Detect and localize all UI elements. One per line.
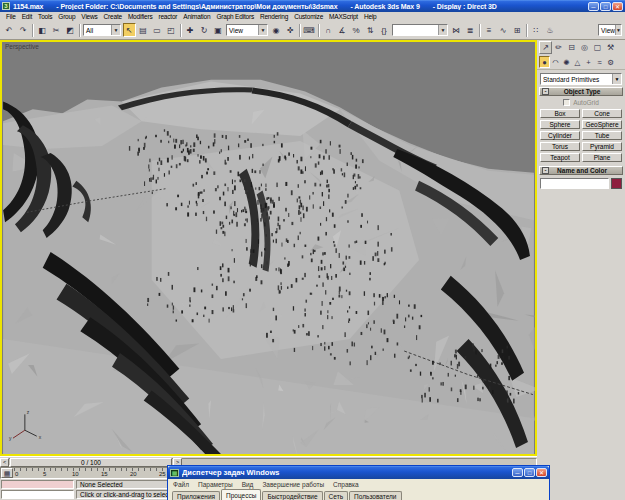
name-color-rollout-header[interactable]: - Name and Color (539, 166, 623, 175)
edit-named-selection-sets-icon[interactable]: {} (378, 23, 391, 37)
selection-filter-dropdown[interactable]: All ▼ (83, 24, 121, 36)
menu-tools[interactable]: Tools (35, 13, 55, 20)
coordinate-system-dropdown[interactable]: View ▼ (226, 24, 268, 36)
tm-minimize-button[interactable]: ─ (512, 468, 523, 477)
tm-menu-help[interactable]: Справка (333, 481, 359, 488)
menu-customize[interactable]: Customize (291, 13, 326, 20)
minimize-button[interactable]: ─ (588, 2, 599, 11)
tab-modify-icon[interactable]: ✏ (552, 41, 565, 54)
tm-menu-options[interactable]: Параметры (198, 481, 233, 488)
category-geometry-icon[interactable]: ● (539, 56, 550, 68)
restore-button[interactable]: □ (600, 2, 611, 11)
percent-snap-icon[interactable]: % (350, 23, 363, 37)
angle-snap-icon[interactable]: ∡ (336, 23, 349, 37)
menu-animation[interactable]: Animation (180, 13, 213, 20)
tm-close-button[interactable]: ✕ (536, 468, 547, 477)
render-scene-icon[interactable]: ♨ (544, 23, 557, 37)
torus-button[interactable]: Torus (540, 142, 580, 151)
rectangular-selection-region-icon[interactable]: ▭ (151, 23, 164, 37)
window-crossing-icon[interactable]: ◰ (165, 23, 178, 37)
menu-group[interactable]: Group (55, 13, 78, 20)
material-editor-icon[interactable]: ∷ (530, 23, 543, 37)
tab-motion-icon[interactable]: ◎ (578, 41, 591, 54)
tab-create-icon[interactable]: ↗ (539, 41, 552, 54)
category-cameras-icon[interactable]: △ (572, 56, 583, 68)
select-and-rotate-icon[interactable]: ↻ (198, 23, 211, 37)
object-type-rollout-header[interactable]: - Object Type (539, 87, 623, 96)
tm-tab-users[interactable]: Пользователи (349, 491, 401, 500)
geosphere-button[interactable]: GeoSphere (582, 120, 622, 129)
tab-hierarchy-icon[interactable]: ⊟ (565, 41, 578, 54)
select-and-scale-icon[interactable]: ▣ (212, 23, 225, 37)
menu-modifiers[interactable]: Modifiers (125, 13, 156, 20)
tm-menu-file[interactable]: Файл (173, 481, 189, 488)
render-type-dropdown[interactable]: View ▼ (598, 24, 622, 36)
box-button[interactable]: Box (540, 109, 580, 118)
menu-help[interactable]: Help (361, 13, 380, 20)
close-button[interactable]: ✕ (612, 2, 623, 11)
select-and-link-icon[interactable]: ◧ (36, 23, 49, 37)
cone-button[interactable]: Cone (582, 109, 622, 118)
category-space-warps-icon[interactable]: ≈ (594, 56, 605, 68)
curve-editor-icon[interactable]: ∿ (497, 23, 510, 37)
keyboard-shortcut-override-icon[interactable]: ⌨ (303, 23, 316, 37)
time-slider-handle[interactable]: 0 / 100 (10, 458, 172, 467)
viewport-label[interactable]: Perspective (5, 43, 39, 50)
task-manager-title-bar[interactable]: ▦ Диспетчер задач Windows ─ □ ✕ (168, 466, 549, 479)
tab-utilities-icon[interactable]: ⚒ (604, 41, 617, 54)
sphere-button[interactable]: Sphere (540, 120, 580, 129)
tm-tab-networking[interactable]: Сеть (324, 491, 348, 500)
tm-tab-applications[interactable]: Приложения (172, 491, 220, 500)
select-and-move-icon[interactable]: ✚ (184, 23, 197, 37)
maxscript-mini-listener-input[interactable] (1, 490, 74, 499)
layer-manager-icon[interactable]: ≡ (483, 23, 496, 37)
autogrid-checkbox[interactable] (563, 99, 570, 106)
undo-icon[interactable]: ↶ (3, 23, 16, 37)
select-and-manipulate-icon[interactable]: ✜ (284, 23, 297, 37)
menu-views[interactable]: Views (78, 13, 100, 20)
named-selection-sets-dropdown[interactable]: ▼ (392, 24, 448, 36)
bind-to-space-warp-icon[interactable]: ◩ (64, 23, 77, 37)
redo-icon[interactable]: ↷ (17, 23, 30, 37)
use-center-icon[interactable]: ◉ (270, 23, 283, 37)
teapot-button[interactable]: Teapot (540, 153, 580, 162)
task-manager-window[interactable]: ▦ Диспетчер задач Windows ─ □ ✕ Файл Пар… (167, 465, 550, 500)
menu-create[interactable]: Create (101, 13, 125, 20)
object-color-swatch[interactable] (611, 178, 622, 189)
menu-edit[interactable]: Edit (19, 13, 35, 20)
select-object-icon[interactable]: ↖ (123, 23, 136, 37)
spinner-snap-icon[interactable]: ⇅ (364, 23, 377, 37)
tab-display-icon[interactable]: ▢ (591, 41, 604, 54)
tube-button[interactable]: Tube (582, 131, 622, 140)
menu-rendering[interactable]: Rendering (257, 13, 291, 20)
tm-maximize-button[interactable]: □ (524, 468, 535, 477)
plane-button[interactable]: Plane (582, 153, 622, 162)
previous-frame-button[interactable]: < (0, 458, 9, 467)
unlink-selection-icon[interactable]: ✂ (50, 23, 63, 37)
align-icon[interactable]: ≣ (464, 23, 477, 37)
pyramid-button[interactable]: Pyramid (582, 142, 622, 151)
category-helpers-icon[interactable]: + (583, 56, 594, 68)
category-systems-icon[interactable]: ⚙ (605, 56, 616, 68)
select-by-name-icon[interactable]: ▤ (137, 23, 150, 37)
tm-menu-shutdown[interactable]: Завершение работы (262, 481, 324, 488)
menu-reactor[interactable]: reactor (155, 13, 180, 20)
maxscript-mini-listener[interactable] (1, 480, 74, 489)
category-lights-icon[interactable]: ✺ (561, 56, 572, 68)
tm-tab-processes[interactable]: Процессы (221, 489, 261, 500)
menu-maxscript[interactable]: MAXScript (326, 13, 361, 20)
title-bar[interactable]: 3 1154.max - Project Folder: C:\Document… (0, 0, 625, 12)
menu-file[interactable]: File (3, 13, 19, 20)
viewport-canvas[interactable]: z y x (2, 42, 535, 454)
snaps-toggle-icon[interactable]: ∩ (322, 23, 335, 37)
cylinder-button[interactable]: Cylinder (540, 131, 580, 140)
tm-menu-view[interactable]: Вид (242, 481, 254, 488)
schematic-view-icon[interactable]: ⊞ (511, 23, 524, 37)
mini-curve-editor-icon[interactable]: ▦ (1, 468, 13, 478)
menu-graph-editors[interactable]: Graph Editors (213, 13, 257, 20)
mirror-icon[interactable]: ⋈ (450, 23, 463, 37)
tm-tab-performance[interactable]: Быстродействие (262, 491, 322, 500)
object-name-field[interactable] (540, 178, 609, 189)
primitive-category-dropdown[interactable]: Standard Primitives ▼ (540, 73, 622, 85)
category-shapes-icon[interactable]: ◠ (550, 56, 561, 68)
